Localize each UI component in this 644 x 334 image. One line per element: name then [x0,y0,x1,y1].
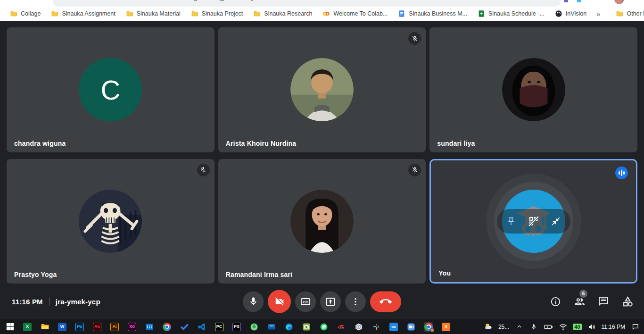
start-button[interactable] [5,322,15,332]
slack-icon[interactable] [372,322,381,332]
participant-name: Ramandani Irma sari [226,271,293,278]
mail-icon[interactable] [267,322,276,332]
volume-icon[interactable] [587,322,596,332]
video-app-icon[interactable] [406,322,416,332]
bookmark-sinauka-schedule[interactable]: Sinauka Schedule -... [472,8,550,19]
edge-icon[interactable] [284,322,294,332]
calendar-icon[interactable] [145,322,154,332]
captions-button[interactable]: CC [295,291,316,312]
xampp-icon[interactable]: X [441,322,451,332]
camera-app-icon[interactable] [302,322,311,332]
pin-tile-button[interactable] [503,213,519,229]
chrome-icon[interactable] [162,322,172,332]
vscode-icon[interactable] [197,322,206,332]
meeting-details-button[interactable] [549,295,561,308]
chat-button[interactable] [597,295,610,308]
android-app-icon[interactable] [249,322,259,332]
photo-avatar [79,190,142,253]
bookmark-sinauka-project[interactable]: Sinauka Project [186,8,248,19]
leave-call-button[interactable] [370,291,401,312]
wifi-icon[interactable] [558,322,568,332]
camera-off-button[interactable] [268,290,291,313]
extension-icon-partial[interactable] [577,0,581,2]
bookmark-sinauka-assignment[interactable]: Sinauka Assignment [46,8,120,19]
battery-icon[interactable] [544,322,553,332]
whatsapp-icon[interactable] [319,322,329,332]
bookmark-colab[interactable]: Welcome To Colab... [317,8,393,19]
meeting-info: 11:16 PM jra-ymek-ycp [12,298,100,306]
excel-icon[interactable]: X [23,322,32,332]
folder-icon [253,10,261,17]
taskbar-clock[interactable]: 11:16 PM [602,324,625,330]
more-options-button[interactable] [345,291,366,312]
participant-tile-you[interactable]: You [429,159,637,284]
bookmark-collage[interactable]: Collage [5,8,46,19]
participant-tile-prastyo[interactable]: Prastyo Yoga [7,159,215,284]
bookmarks-overflow-button[interactable]: » [592,10,605,18]
participant-name: Prastyo Yoga [14,271,57,278]
mic-muted-icon [197,164,210,176]
chrome-profile-badge [430,328,435,333]
chrome-active-icon[interactable] [424,322,433,332]
hexagon-app-icon[interactable] [354,322,363,332]
participant-tile-arista[interactable]: Arista Khoiru Nurdina [218,27,426,152]
participants-button[interactable]: 6 [573,295,586,308]
remove-from-grid-button[interactable] [526,213,542,229]
bookmark-invision[interactable]: InVision [550,8,592,19]
avatar-wrap [429,27,637,152]
participant-grid: C chandra wiguna [7,27,637,284]
bookmark-label: Sinauka Material [137,10,181,17]
extension-icon-partial[interactable] [564,0,568,2]
other-bookmarks-button[interactable]: Other bookmarks [611,8,644,19]
tile-hover-controls [497,209,570,234]
bookmark-label: Sinauka Project [202,10,243,17]
present-screen-button[interactable] [320,291,341,312]
google-sheets-icon [478,10,485,17]
tray-microphone-icon[interactable] [529,322,538,332]
photoshop-icon[interactable]: Ps [75,322,84,332]
pycharm-icon[interactable]: PC [215,322,224,332]
divider [49,298,50,306]
system-tray: 25... 40 11:16 PM [484,322,644,332]
weather-icon[interactable] [484,322,493,332]
windows-taskbar: X W Ps An Ai Xd PC PS [0,319,644,334]
participant-name: You [438,269,451,277]
meeting-code: jra-ymek-ycp [56,298,100,306]
tray-chevron-up-icon[interactable] [514,322,524,332]
bookmark-sinauka-research[interactable]: Sinauka Research [248,8,317,19]
phpstorm-icon[interactable]: PS [232,322,241,332]
opencart-icon[interactable]: oc [389,322,398,332]
meet-control-bar: 11:16 PM jra-ymek-ycp CC [0,284,644,319]
microphone-button[interactable] [243,291,264,312]
photo-avatar [502,58,565,121]
browser-profile-avatar[interactable] [614,0,624,4]
file-explorer-icon[interactable] [40,322,50,332]
photo-avatar [290,190,354,253]
todo-check-icon[interactable] [180,322,189,332]
activities-button[interactable] [621,295,634,308]
participant-tile-chandra-wiguna[interactable]: C chandra wiguna [7,27,215,152]
participant-tile-sundari[interactable]: sundari liya [429,27,637,152]
bookmark-sinauka-material[interactable]: Sinauka Material [121,8,186,19]
word-icon[interactable]: W [58,322,67,332]
participant-tile-ramandani[interactable]: Ramandani Irma sari [218,159,426,284]
weather-temp[interactable]: 25... [498,324,509,330]
folder-icon [616,10,623,17]
animate-icon[interactable]: An [92,322,102,332]
bookmark-sinauka-business[interactable]: Sinauka Business M... [393,8,472,19]
battery-percent-badge[interactable]: 40 [573,324,581,330]
action-center-icon[interactable] [630,322,640,332]
bookmark-label: Sinauka Business M... [409,10,467,17]
bookmark-label: Sinauka Assignment [62,10,115,17]
folder-icon [10,10,17,17]
address-bar-partial[interactable] [53,0,561,7]
bookmark-label: Sinauka Research [264,10,312,17]
minimize-tile-button[interactable] [548,213,564,229]
screen: Collage Sinauka Assignment Sinauka Mater… [0,0,644,334]
participants-count-badge: 6 [579,290,587,298]
illustrator-icon[interactable]: Ai [110,322,119,332]
red-swirl-app-icon[interactable] [337,322,346,332]
audio-level-indicator [615,167,628,179]
meeting-clock: 11:16 PM [12,298,43,306]
adobe-xd-icon[interactable]: Xd [127,322,137,332]
